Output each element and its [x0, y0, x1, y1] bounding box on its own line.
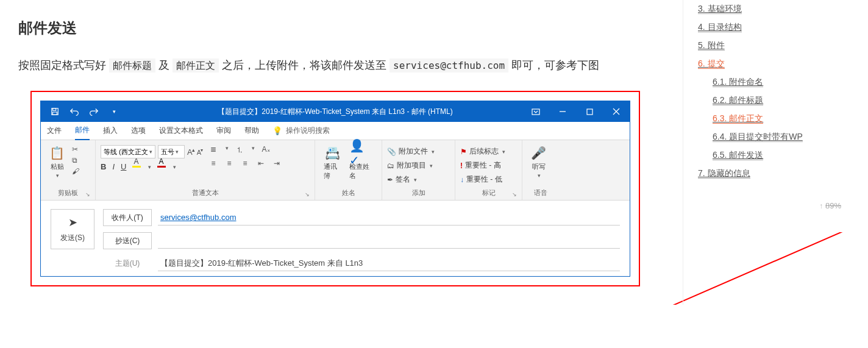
paste-label: 粘贴: [51, 162, 64, 171]
paste-button[interactable]: 📋 粘贴 ▾: [49, 145, 65, 179]
bullets-icon[interactable]: ≣: [208, 145, 218, 155]
svg-rect-3: [532, 109, 539, 115]
text: 按照固定格式写好: [18, 59, 109, 71]
toc-link[interactable]: 5. 附件: [698, 40, 725, 51]
cc-button[interactable]: 抄送(C): [103, 232, 152, 249]
numbering-icon[interactable]: ⒈: [235, 145, 244, 155]
section-heading: 邮件发送: [18, 18, 664, 38]
bold-button[interactable]: B: [101, 162, 106, 171]
cut-icon[interactable]: ✂: [72, 145, 79, 154]
followup-button[interactable]: ⚑后续标志▾: [460, 145, 505, 158]
dictate-button[interactable]: 🎤 听写 ▾: [531, 145, 546, 179]
toc-link[interactable]: 6.3. 邮件正文: [713, 113, 763, 124]
compose-area: ➤ 发送(S) 收件人(T) services@ctfhub.com 抄送(C)…: [41, 201, 630, 276]
grow-font-icon[interactable]: A▴: [187, 147, 194, 157]
toc-item[interactable]: 6.3. 邮件正文: [698, 110, 847, 128]
toc-link[interactable]: 6.4. 题目提交时带有WP: [713, 132, 803, 142]
checknames-button[interactable]: 👤✓ 检查姓名: [349, 145, 373, 180]
close-icon[interactable]: [603, 102, 630, 121]
cc-input[interactable]: [158, 233, 620, 249]
align-center-icon[interactable]: ≡: [224, 159, 234, 168]
text: 及: [158, 59, 173, 71]
toc-sidebar: 3. 基础环境4. 目录结构5. 附件6. 提交6.1. 附件命名6.2. 邮件…: [683, 0, 853, 305]
text: 即可，可参考下图: [511, 59, 599, 71]
outlook-window: ▾ 【题目提交】2019-红帽杯-Web-Ticket_System 来自 L1…: [40, 101, 630, 277]
signature-button[interactable]: ✒签名▾: [387, 173, 435, 186]
attach-item-icon: 🗂: [387, 162, 394, 170]
font-size-select[interactable]: 五号▾: [158, 145, 185, 158]
addressbook-button[interactable]: 📇 通讯簿: [324, 145, 342, 180]
toc-link[interactable]: 6.1. 附件命名: [713, 77, 763, 87]
bulb-icon: 💡: [272, 126, 282, 135]
tab-help[interactable]: 帮助: [244, 126, 259, 136]
attach-item-button[interactable]: 🗂附加项目▾: [387, 159, 435, 172]
toc-item[interactable]: 6.1. 附件命名: [698, 73, 847, 91]
maximize-icon[interactable]: [576, 102, 603, 121]
subject-input[interactable]: 【题目提交】2019-红帽杯-Web-Ticket_System 来自 L1n3: [158, 255, 620, 271]
toc-item[interactable]: 6.2. 邮件标题: [698, 91, 847, 110]
toc-item[interactable]: 6. 提交: [698, 55, 847, 73]
toc-link[interactable]: 6. 提交: [698, 59, 725, 69]
subject-label: 主题(U): [103, 258, 152, 269]
font-name-select[interactable]: 等线 (西文正文▾: [101, 145, 155, 158]
toc-link[interactable]: 7. 隐藏的信息: [698, 168, 750, 179]
ribbon-tabs: 文件 邮件 插入 选项 设置文本格式 审阅 帮助 💡 操作说明搜索: [41, 122, 630, 140]
indent-right-icon[interactable]: ⇥: [272, 159, 282, 168]
font-color-button[interactable]: [157, 166, 166, 168]
toc-link[interactable]: 4. 目录结构: [698, 22, 742, 32]
group-clipboard: 剪贴板: [58, 189, 78, 196]
tab-insert[interactable]: 插入: [103, 126, 118, 136]
toc-item[interactable]: 3. 基础环境: [698, 0, 847, 18]
minimize-icon[interactable]: [549, 102, 576, 121]
group-names: 姓名: [320, 186, 377, 200]
shrink-font-icon[interactable]: A▾: [197, 147, 202, 156]
toc-item[interactable]: 7. 隐藏的信息: [698, 165, 847, 183]
text: 之后，上传附件，将该邮件发送至: [222, 59, 390, 71]
tab-file[interactable]: 文件: [47, 126, 62, 136]
titlebar: ▾ 【题目提交】2019-红帽杯-Web-Ticket_System 来自 L1…: [41, 101, 630, 122]
align-left-icon[interactable]: ≡: [208, 159, 218, 168]
scroll-progress[interactable]: ↑ 89%: [819, 201, 841, 210]
dialog-launcher-icon[interactable]: ↘: [85, 191, 90, 197]
redo-icon[interactable]: [85, 102, 103, 121]
tab-mail[interactable]: 邮件: [75, 122, 90, 140]
toc-link[interactable]: 3. 基础环境: [698, 4, 742, 14]
addressbook-label: 通讯簿: [324, 162, 342, 180]
toc-item[interactable]: 6.5. 邮件发送: [698, 146, 847, 165]
toc-item[interactable]: 4. 目录结构: [698, 18, 847, 37]
dialog-launcher-icon[interactable]: ↘: [512, 191, 517, 197]
underline-button[interactable]: U: [121, 162, 126, 171]
to-input[interactable]: services@ctfhub.com: [158, 210, 620, 225]
italic-button[interactable]: I: [112, 162, 115, 171]
copy-icon[interactable]: ⧉: [72, 156, 79, 165]
tab-review[interactable]: 审阅: [216, 126, 231, 136]
to-button[interactable]: 收件人(T): [103, 209, 152, 226]
screenshot-figure: ▾ 【题目提交】2019-红帽杯-Web-Ticket_System 来自 L1…: [30, 91, 640, 286]
email-address: services@ctfhub.com: [390, 59, 508, 73]
tab-format[interactable]: 设置文本格式: [159, 126, 203, 136]
importance-high-button[interactable]: !重要性 - 高: [460, 159, 505, 172]
send-button[interactable]: ➤ 发送(S): [51, 209, 94, 249]
indent-left-icon[interactable]: ⇤: [256, 159, 266, 168]
toc-item[interactable]: 6.4. 题目提交时带有WP: [698, 128, 847, 146]
clear-format-icon[interactable]: Aₓ: [261, 145, 271, 155]
toc-link[interactable]: 6.2. 邮件标题: [713, 95, 763, 105]
ribbon-collapse-icon[interactable]: [522, 102, 549, 121]
save-icon[interactable]: [46, 102, 64, 121]
dialog-launcher-icon[interactable]: ↘: [305, 191, 310, 197]
toc-link[interactable]: 6.5. 邮件发送: [713, 150, 763, 160]
addressbook-icon: 📇: [325, 145, 340, 161]
tell-me[interactable]: 💡 操作说明搜索: [272, 126, 330, 136]
tab-options[interactable]: 选项: [131, 126, 146, 136]
qat-dropdown-icon[interactable]: ▾: [104, 102, 123, 121]
importance-low-button[interactable]: ↓重要性 - 低: [460, 173, 505, 186]
progress-value: 89%: [825, 201, 841, 210]
toc-item[interactable]: 5. 附件: [698, 37, 847, 55]
svg-rect-2: [53, 112, 57, 115]
highlight-button[interactable]: [132, 166, 141, 168]
send-label: 发送(S): [60, 233, 85, 243]
attach-file-button[interactable]: 📎附加文件▾: [387, 145, 435, 158]
align-right-icon[interactable]: ≡: [240, 159, 250, 168]
undo-icon[interactable]: [65, 102, 84, 121]
format-painter-icon[interactable]: 🖌: [72, 167, 79, 176]
